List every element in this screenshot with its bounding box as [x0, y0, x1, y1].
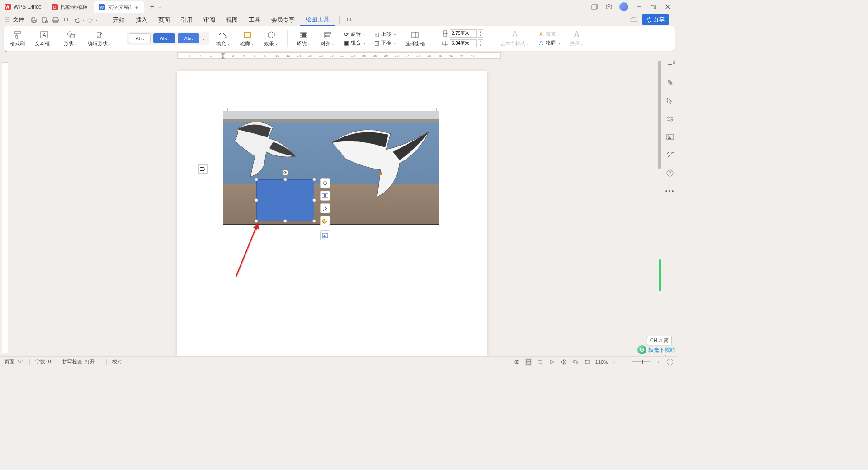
side-select-icon[interactable] [665, 96, 675, 106]
view-web-icon[interactable] [560, 358, 567, 366]
ctx-fill-button[interactable] [320, 216, 330, 226]
zoom-in-button[interactable]: + [655, 358, 662, 366]
vertical-scrollbar[interactable] [657, 61, 662, 344]
style-preset-3[interactable]: Abc [178, 33, 199, 43]
rotate-button[interactable]: ⟳旋转⌄ [342, 30, 368, 38]
tab-document[interactable]: W 文字文稿1 ● [94, 1, 144, 13]
status-words[interactable]: 字数: 0 [35, 358, 51, 365]
text-effect-button[interactable]: A 效果⌄ [567, 28, 586, 49]
layout-options-button[interactable]: ☰▸ [198, 164, 208, 174]
height-input[interactable] [450, 29, 477, 38]
redo-dropdown[interactable]: ⌄ [95, 18, 98, 22]
view-link-icon[interactable] [572, 358, 579, 366]
indent-marker-icon[interactable] [221, 52, 225, 60]
undo-icon[interactable] [73, 15, 82, 24]
effect-button[interactable]: 效果⌄ [261, 28, 281, 49]
menu-tools[interactable]: 工具 [243, 14, 266, 26]
wrap-button[interactable]: 环绕⌄ [294, 28, 313, 49]
menu-reference[interactable]: 引用 [175, 14, 198, 26]
resize-handle-nw[interactable] [255, 178, 258, 181]
resize-handle-s[interactable] [283, 219, 287, 223]
print-icon[interactable] [51, 15, 60, 24]
send-backward-button[interactable]: ◲下移⌄ [372, 39, 398, 47]
tab-templates[interactable]: D 找稻壳模板 [47, 1, 92, 13]
fullscreen-icon[interactable] [666, 358, 674, 366]
redo-icon[interactable] [86, 15, 95, 24]
textbox-button[interactable]: A 文本框⌄ [32, 28, 57, 49]
style-gallery-dropdown[interactable]: ⌄ [202, 37, 208, 41]
selected-rectangle-shape[interactable] [256, 179, 314, 221]
ribbon-collapse-icon[interactable]: ⌄ [5, 49, 8, 53]
hamburger-icon[interactable]: ☰ [5, 16, 10, 24]
ctx-layout-button[interactable] [320, 191, 330, 201]
new-tab-button[interactable]: + [146, 1, 157, 12]
resize-handle-ne[interactable] [312, 178, 316, 181]
menu-member[interactable]: 会员专享 [266, 14, 300, 26]
ruler-horizontal[interactable]: 6 4 2 2 4 6 8 10 12 14 16 18 20 22 24 26… [10, 52, 668, 61]
style-preset-2[interactable]: Abc [153, 33, 175, 43]
side-image-icon[interactable] [665, 132, 675, 142]
zoom-slider[interactable] [632, 361, 650, 362]
share-button[interactable]: 分享 [642, 14, 669, 25]
menu-review[interactable]: 审阅 [198, 14, 221, 26]
side-help-icon[interactable]: ? [665, 168, 675, 178]
ruler-vertical[interactable] [2, 62, 10, 353]
cube-icon[interactable] [605, 3, 613, 11]
fill-button[interactable]: 填充⌄ [213, 28, 233, 49]
ctx-style-button[interactable] [320, 203, 330, 213]
style-preset-1[interactable]: Abc [129, 33, 151, 43]
menu-view[interactable]: 视图 [221, 14, 243, 26]
resize-handle-e[interactable] [312, 198, 316, 202]
ctx-collapse-button[interactable]: ⊖ [320, 178, 330, 188]
zoom-dropdown[interactable]: ⌄ [613, 360, 616, 364]
tab-list-dropdown[interactable]: ⌄ [158, 5, 165, 9]
menu-insert[interactable]: 插入 [130, 14, 153, 26]
view-print-layout-icon[interactable] [525, 358, 532, 366]
wordart-button[interactable]: A 艺术字样式⌄ [498, 28, 532, 49]
resize-handle-n[interactable] [283, 178, 287, 181]
zoom-fit-icon[interactable] [584, 358, 591, 366]
side-tools-icon[interactable] [665, 150, 675, 160]
side-settings-icon[interactable] [665, 114, 675, 124]
close-button[interactable] [664, 3, 672, 11]
group-button[interactable]: ▣组合⌄ [342, 39, 368, 47]
outline-button[interactable]: 轮廓⌄ [237, 28, 257, 49]
zoom-out-button[interactable]: − [620, 358, 627, 366]
save-icon[interactable] [29, 15, 38, 24]
width-input[interactable] [450, 39, 477, 47]
bring-forward-button[interactable]: ◱上移⌄ [372, 30, 398, 38]
rotate-handle[interactable]: ⟳ [282, 169, 288, 176]
status-spell[interactable]: 拼写检查: 打开 [62, 358, 95, 365]
menu-drawing-tools[interactable]: 绘图工具 [300, 14, 335, 26]
minimize-button[interactable] [635, 3, 643, 11]
scrollbar-thumb[interactable] [658, 61, 661, 169]
side-pen-icon[interactable]: ✎ [665, 78, 675, 88]
fold-button[interactable]: ⇕ [672, 61, 678, 66]
text-fill-button[interactable]: A填充⌄ [537, 30, 562, 38]
cloud-icon[interactable] [629, 17, 637, 23]
ctx-image-button[interactable] [320, 230, 330, 240]
page[interactable]: ⟳ ⊖ ☰▸ [177, 70, 487, 356]
text-outline-button[interactable]: A轮廓⌄ [537, 39, 562, 47]
zoom-level[interactable]: 110% [595, 359, 608, 365]
side-more-icon[interactable]: ••• [665, 186, 675, 196]
status-proof[interactable]: 校对 [112, 358, 122, 365]
maximize-button[interactable] [649, 3, 657, 11]
view-reading-icon[interactable] [548, 358, 556, 366]
selection-pane-button[interactable]: 选择窗格 [402, 28, 428, 49]
status-page[interactable]: 页面: 1/1 [5, 358, 24, 365]
user-avatar[interactable] [619, 2, 628, 11]
format-painter-button[interactable]: 格式刷 [7, 28, 28, 49]
menu-page[interactable]: 页面 [153, 14, 175, 26]
resize-handle-w[interactable] [255, 198, 258, 202]
edit-shape-button[interactable]: 编辑形状⌄ [85, 28, 114, 49]
print-preview-icon[interactable] [40, 15, 49, 24]
width-spinner[interactable]: ▲▼ [478, 39, 483, 47]
window-multi-icon[interactable] [590, 3, 599, 11]
shape-button[interactable]: 形状⌄ [61, 28, 80, 49]
view-eye-icon[interactable] [513, 358, 520, 366]
view-outline-icon[interactable] [537, 358, 544, 366]
height-spinner[interactable]: ▲▼ [478, 29, 483, 38]
ime-indicator[interactable]: CH ♫ 简 [647, 336, 672, 345]
undo-dropdown[interactable]: ⌄ [82, 18, 85, 22]
